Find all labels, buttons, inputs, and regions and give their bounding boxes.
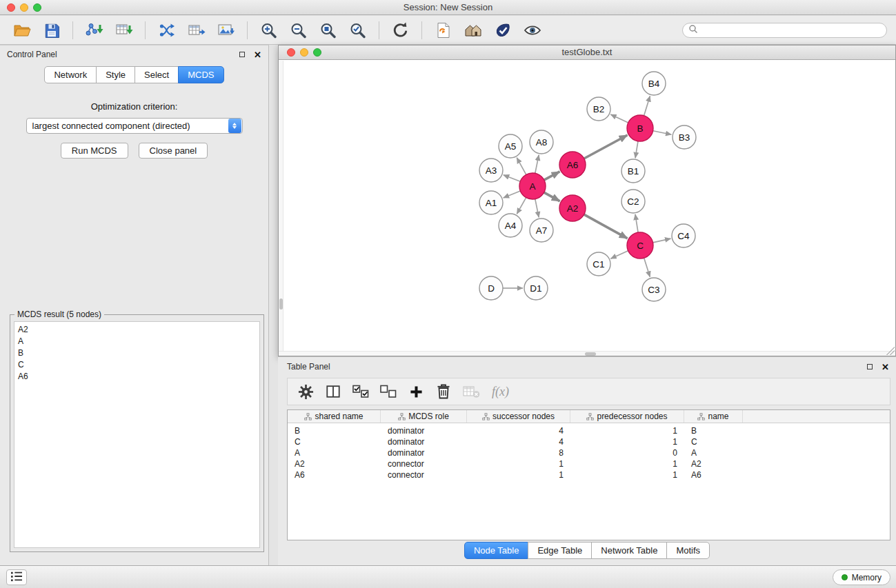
edge-B-B2[interactable] xyxy=(610,114,628,123)
tab-mcds[interactable]: MCDS xyxy=(178,66,223,83)
edge-A2-C[interactable] xyxy=(584,214,628,239)
table-row[interactable]: A2connector11A2 xyxy=(288,458,890,469)
node-B[interactable]: B xyxy=(627,115,653,141)
settings-gear-icon[interactable] xyxy=(293,380,318,403)
float-panel-icon[interactable] xyxy=(239,52,245,57)
memory-button[interactable]: Memory xyxy=(833,569,890,585)
node-D1[interactable]: D1 xyxy=(524,276,548,300)
node-A7[interactable]: A7 xyxy=(530,219,553,242)
snapshot-page-icon[interactable] xyxy=(430,18,456,43)
apply-style-icon[interactable] xyxy=(490,18,515,43)
open-file-icon[interactable] xyxy=(9,18,34,43)
column-header-successor-nodes[interactable]: successor nodes xyxy=(467,410,570,423)
node-C4[interactable]: C4 xyxy=(672,224,695,247)
clone-network-icon[interactable] xyxy=(154,18,179,43)
criterion-dropdown[interactable]: largest connected component (directed) xyxy=(26,118,243,134)
delete-table-icon[interactable] xyxy=(459,380,484,403)
tab-select[interactable]: Select xyxy=(135,66,179,83)
node-B1[interactable]: B1 xyxy=(621,159,645,183)
column-chooser-icon[interactable] xyxy=(321,380,346,403)
edge-A6-B[interactable] xyxy=(584,135,628,159)
edge-A-A4[interactable] xyxy=(517,198,526,214)
delete-row-icon[interactable] xyxy=(431,380,456,403)
run-mcds-button[interactable]: Run MCDS xyxy=(61,143,128,159)
edge-A-A3[interactable] xyxy=(504,175,521,181)
node-C1[interactable]: C1 xyxy=(587,252,610,276)
import-table-icon[interactable] xyxy=(111,18,137,43)
minimize-window-icon[interactable] xyxy=(20,3,28,12)
node-C3[interactable]: C3 xyxy=(642,278,666,301)
tab-node-table[interactable]: Node Table xyxy=(464,542,529,559)
table-row[interactable]: Cdominator41C xyxy=(288,436,890,447)
vertical-scrollbar[interactable] xyxy=(279,61,283,356)
node-A6[interactable]: A6 xyxy=(559,152,586,178)
edge-A-A7[interactable] xyxy=(535,199,539,218)
close-panel-icon[interactable]: ✕ xyxy=(254,50,261,59)
column-header-name[interactable]: name xyxy=(684,410,743,423)
edge-C-C3[interactable] xyxy=(644,258,650,277)
node-A4[interactable]: A4 xyxy=(499,214,522,237)
export-table-icon[interactable] xyxy=(183,18,209,43)
mcds-result-list[interactable]: A2ABCA6 xyxy=(14,321,260,548)
node-B3[interactable]: B3 xyxy=(673,125,696,149)
zoom-in-icon[interactable] xyxy=(256,18,281,43)
import-network-icon[interactable] xyxy=(81,18,107,43)
tab-network[interactable]: Network xyxy=(44,66,97,83)
save-session-icon[interactable] xyxy=(39,18,64,43)
edge-A-A1[interactable] xyxy=(504,191,521,198)
network-minimize-icon[interactable] xyxy=(300,48,308,57)
home-icon[interactable] xyxy=(460,18,486,43)
table-row[interactable]: Adominator80A xyxy=(288,447,890,458)
mcds-result-item[interactable]: A xyxy=(14,336,259,347)
task-history-button[interactable] xyxy=(6,569,27,585)
tab-style[interactable]: Style xyxy=(96,66,135,83)
resize-grip[interactable] xyxy=(886,347,895,355)
close-window-icon[interactable] xyxy=(7,3,15,12)
network-window-titlebar[interactable]: testGlobe.txt xyxy=(279,45,895,60)
network-zoom-icon[interactable] xyxy=(313,48,321,57)
zoom-out-icon[interactable] xyxy=(286,18,311,43)
node-A5[interactable]: A5 xyxy=(499,134,522,158)
table-row[interactable]: Bdominator41B xyxy=(288,425,890,436)
add-row-icon[interactable] xyxy=(404,380,428,403)
node-D[interactable]: D xyxy=(479,276,503,300)
table-close-panel-icon[interactable]: ✕ xyxy=(882,363,889,372)
edge-C-C1[interactable] xyxy=(610,251,628,258)
edge-B-B1[interactable] xyxy=(635,141,638,158)
node-A1[interactable]: A1 xyxy=(479,191,503,214)
zoom-window-icon[interactable] xyxy=(33,3,41,12)
mcds-result-item[interactable]: B xyxy=(14,347,259,359)
edge-B-B4[interactable] xyxy=(644,96,650,116)
edge-C-C4[interactable] xyxy=(653,239,671,243)
search-input[interactable] xyxy=(701,26,881,35)
tab-motifs[interactable]: Motifs xyxy=(666,542,710,559)
edge-A-A5[interactable] xyxy=(517,158,526,175)
node-A3[interactable]: A3 xyxy=(479,159,503,182)
network-close-icon[interactable] xyxy=(287,48,295,57)
deselect-all-icon[interactable] xyxy=(376,380,401,403)
node-A8[interactable]: A8 xyxy=(530,130,553,154)
horizontal-scrollbar[interactable] xyxy=(279,351,895,356)
close-panel-button[interactable]: Close panel xyxy=(139,143,208,159)
edge-A-A6[interactable] xyxy=(544,172,560,180)
node-A[interactable]: A xyxy=(519,173,546,199)
mcds-result-item[interactable]: A6 xyxy=(14,371,259,383)
zoom-fit-icon[interactable] xyxy=(315,18,341,43)
tab-network-table[interactable]: Network Table xyxy=(591,542,667,559)
network-graph[interactable]: B4B2BB3A8A5A6A3B1AA1C2A2A4A7C4CC1C3DD1 xyxy=(279,61,895,356)
search-box[interactable] xyxy=(682,23,887,38)
refresh-icon[interactable] xyxy=(388,18,413,43)
select-all-icon[interactable] xyxy=(348,380,373,403)
tab-edge-table[interactable]: Edge Table xyxy=(528,542,592,559)
zoom-selected-icon[interactable] xyxy=(345,18,370,43)
edge-A-A2[interactable] xyxy=(544,192,560,201)
column-header-shared-name[interactable]: shared name xyxy=(288,410,381,423)
function-builder-icon[interactable]: f(x) xyxy=(492,385,509,399)
node-table[interactable]: shared nameMCDS rolesuccessor nodesprede… xyxy=(287,409,890,540)
mcds-result-item[interactable]: C xyxy=(14,359,259,371)
export-image-icon[interactable] xyxy=(213,18,239,43)
node-C2[interactable]: C2 xyxy=(621,190,645,213)
edge-B-B3[interactable] xyxy=(653,131,672,134)
table-float-panel-icon[interactable] xyxy=(867,364,873,369)
node-A2[interactable]: A2 xyxy=(559,195,586,221)
